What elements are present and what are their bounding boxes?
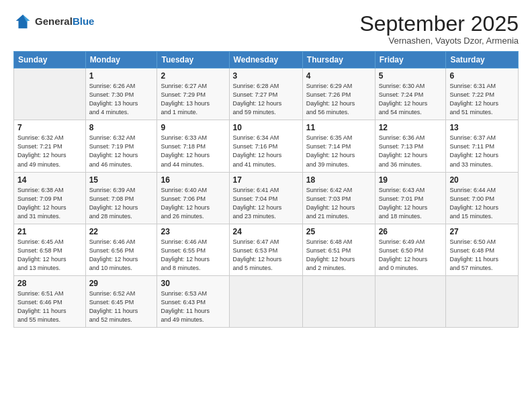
calendar-week-row: 7Sunrise: 6:32 AM Sunset: 7:21 PM Daylig… bbox=[14, 120, 519, 172]
day-info: Sunrise: 6:41 AM Sunset: 7:04 PM Dayligh… bbox=[233, 186, 299, 221]
logo-text: GeneralBlue bbox=[35, 16, 94, 28]
calendar-cell: 1Sunrise: 6:26 AM Sunset: 7:30 PM Daylig… bbox=[85, 68, 157, 120]
calendar-cell bbox=[14, 68, 86, 120]
day-info: Sunrise: 6:43 AM Sunset: 7:01 PM Dayligh… bbox=[379, 186, 443, 221]
calendar-cell: 4Sunrise: 6:29 AM Sunset: 7:26 PM Daylig… bbox=[302, 68, 375, 120]
title-block: September 2025 Vernashen, Vayots Dzor, A… bbox=[359, 12, 519, 46]
day-info: Sunrise: 6:30 AM Sunset: 7:24 PM Dayligh… bbox=[379, 82, 443, 117]
col-saturday: Saturday bbox=[446, 52, 519, 68]
calendar-week-row: 1Sunrise: 6:26 AM Sunset: 7:30 PM Daylig… bbox=[14, 68, 519, 120]
day-info: Sunrise: 6:34 AM Sunset: 7:16 PM Dayligh… bbox=[233, 134, 299, 169]
calendar-cell: 18Sunrise: 6:42 AM Sunset: 7:03 PM Dayli… bbox=[302, 172, 375, 224]
day-number: 14 bbox=[17, 175, 82, 185]
calendar-cell: 3Sunrise: 6:28 AM Sunset: 7:27 PM Daylig… bbox=[229, 68, 302, 120]
day-info: Sunrise: 6:38 AM Sunset: 7:09 PM Dayligh… bbox=[17, 186, 82, 221]
calendar-cell: 22Sunrise: 6:46 AM Sunset: 6:56 PM Dayli… bbox=[85, 224, 157, 275]
calendar-cell: 26Sunrise: 6:49 AM Sunset: 6:50 PM Dayli… bbox=[375, 224, 446, 275]
day-info: Sunrise: 6:40 AM Sunset: 7:06 PM Dayligh… bbox=[161, 186, 225, 221]
calendar-cell: 2Sunrise: 6:27 AM Sunset: 7:29 PM Daylig… bbox=[157, 68, 229, 120]
calendar-cell bbox=[229, 275, 302, 327]
calendar-cell: 5Sunrise: 6:30 AM Sunset: 7:24 PM Daylig… bbox=[375, 68, 446, 120]
day-number: 6 bbox=[449, 71, 515, 81]
calendar-cell: 10Sunrise: 6:34 AM Sunset: 7:16 PM Dayli… bbox=[229, 120, 302, 172]
day-number: 30 bbox=[161, 279, 225, 288]
day-number: 16 bbox=[161, 175, 225, 185]
day-number: 4 bbox=[306, 71, 371, 81]
location-subtitle: Vernashen, Vayots Dzor, Armenia bbox=[359, 36, 519, 46]
day-info: Sunrise: 6:32 AM Sunset: 7:19 PM Dayligh… bbox=[89, 134, 154, 169]
day-number: 23 bbox=[161, 227, 225, 236]
calendar-cell bbox=[446, 275, 519, 327]
col-tuesday: Tuesday bbox=[157, 52, 229, 68]
col-wednesday: Wednesday bbox=[229, 52, 302, 68]
day-number: 12 bbox=[379, 123, 443, 132]
day-info: Sunrise: 6:39 AM Sunset: 7:08 PM Dayligh… bbox=[89, 186, 154, 221]
calendar-page: GeneralBlue September 2025 Vernashen, Va… bbox=[0, 0, 532, 411]
day-number: 29 bbox=[89, 279, 154, 288]
day-number: 7 bbox=[17, 123, 82, 132]
logo-blue: Blue bbox=[73, 15, 95, 27]
col-thursday: Thursday bbox=[302, 52, 375, 68]
day-number: 27 bbox=[449, 227, 515, 236]
calendar-table: Sunday Monday Tuesday Wednesday Thursday… bbox=[13, 51, 519, 328]
calendar-week-row: 21Sunrise: 6:45 AM Sunset: 6:58 PM Dayli… bbox=[14, 224, 519, 275]
day-number: 24 bbox=[233, 227, 299, 236]
month-title: September 2025 bbox=[359, 12, 519, 36]
calendar-cell: 15Sunrise: 6:39 AM Sunset: 7:08 PM Dayli… bbox=[85, 172, 157, 224]
day-info: Sunrise: 6:49 AM Sunset: 6:50 PM Dayligh… bbox=[379, 238, 443, 273]
calendar-cell: 24Sunrise: 6:47 AM Sunset: 6:53 PM Dayli… bbox=[229, 224, 302, 275]
day-info: Sunrise: 6:31 AM Sunset: 7:22 PM Dayligh… bbox=[449, 82, 515, 117]
calendar-cell: 6Sunrise: 6:31 AM Sunset: 7:22 PM Daylig… bbox=[446, 68, 519, 120]
calendar-header: Sunday Monday Tuesday Wednesday Thursday… bbox=[14, 52, 519, 68]
day-info: Sunrise: 6:32 AM Sunset: 7:21 PM Dayligh… bbox=[17, 134, 82, 169]
calendar-cell: 29Sunrise: 6:52 AM Sunset: 6:45 PM Dayli… bbox=[85, 275, 157, 327]
day-info: Sunrise: 6:37 AM Sunset: 7:11 PM Dayligh… bbox=[449, 134, 515, 169]
logo-general: General bbox=[35, 15, 73, 27]
day-number: 15 bbox=[89, 175, 154, 185]
day-number: 9 bbox=[161, 123, 225, 132]
calendar-cell: 23Sunrise: 6:46 AM Sunset: 6:55 PM Dayli… bbox=[157, 224, 229, 275]
day-number: 3 bbox=[233, 71, 299, 81]
calendar-cell: 28Sunrise: 6:51 AM Sunset: 6:46 PM Dayli… bbox=[14, 275, 86, 327]
calendar-week-row: 28Sunrise: 6:51 AM Sunset: 6:46 PM Dayli… bbox=[14, 275, 519, 327]
day-info: Sunrise: 6:50 AM Sunset: 6:48 PM Dayligh… bbox=[449, 238, 515, 273]
logo: GeneralBlue bbox=[13, 12, 94, 31]
day-number: 13 bbox=[449, 123, 515, 132]
calendar-cell: 7Sunrise: 6:32 AM Sunset: 7:21 PM Daylig… bbox=[14, 120, 86, 172]
day-number: 17 bbox=[233, 175, 299, 185]
calendar-cell: 21Sunrise: 6:45 AM Sunset: 6:58 PM Dayli… bbox=[14, 224, 86, 275]
day-number: 20 bbox=[449, 175, 515, 185]
calendar-cell: 12Sunrise: 6:36 AM Sunset: 7:13 PM Dayli… bbox=[375, 120, 446, 172]
calendar-cell: 19Sunrise: 6:43 AM Sunset: 7:01 PM Dayli… bbox=[375, 172, 446, 224]
day-info: Sunrise: 6:29 AM Sunset: 7:26 PM Dayligh… bbox=[306, 82, 371, 117]
day-number: 10 bbox=[233, 123, 299, 132]
day-number: 11 bbox=[306, 123, 371, 132]
day-info: Sunrise: 6:51 AM Sunset: 6:46 PM Dayligh… bbox=[17, 289, 82, 324]
calendar-cell bbox=[375, 275, 446, 327]
day-info: Sunrise: 6:42 AM Sunset: 7:03 PM Dayligh… bbox=[306, 186, 371, 221]
day-number: 1 bbox=[89, 71, 154, 81]
day-info: Sunrise: 6:27 AM Sunset: 7:29 PM Dayligh… bbox=[161, 82, 225, 117]
calendar-cell: 8Sunrise: 6:32 AM Sunset: 7:19 PM Daylig… bbox=[85, 120, 157, 172]
day-info: Sunrise: 6:45 AM Sunset: 6:58 PM Dayligh… bbox=[17, 238, 82, 273]
calendar-cell: 27Sunrise: 6:50 AM Sunset: 6:48 PM Dayli… bbox=[446, 224, 519, 275]
day-info: Sunrise: 6:48 AM Sunset: 6:51 PM Dayligh… bbox=[306, 238, 371, 273]
day-info: Sunrise: 6:46 AM Sunset: 6:55 PM Dayligh… bbox=[161, 238, 225, 273]
day-info: Sunrise: 6:44 AM Sunset: 7:00 PM Dayligh… bbox=[449, 186, 515, 221]
day-number: 28 bbox=[17, 279, 82, 288]
day-info: Sunrise: 6:47 AM Sunset: 6:53 PM Dayligh… bbox=[233, 238, 299, 273]
calendar-cell: 16Sunrise: 6:40 AM Sunset: 7:06 PM Dayli… bbox=[157, 172, 229, 224]
day-number: 26 bbox=[379, 227, 443, 236]
day-info: Sunrise: 6:28 AM Sunset: 7:27 PM Dayligh… bbox=[233, 82, 299, 117]
col-monday: Monday bbox=[85, 52, 157, 68]
col-friday: Friday bbox=[375, 52, 446, 68]
day-number: 2 bbox=[161, 71, 225, 81]
day-info: Sunrise: 6:36 AM Sunset: 7:13 PM Dayligh… bbox=[379, 134, 443, 169]
calendar-cell bbox=[302, 275, 375, 327]
calendar-cell: 14Sunrise: 6:38 AM Sunset: 7:09 PM Dayli… bbox=[14, 172, 86, 224]
day-number: 21 bbox=[17, 227, 82, 236]
calendar-cell: 17Sunrise: 6:41 AM Sunset: 7:04 PM Dayli… bbox=[229, 172, 302, 224]
day-number: 25 bbox=[306, 227, 371, 236]
calendar-cell: 13Sunrise: 6:37 AM Sunset: 7:11 PM Dayli… bbox=[446, 120, 519, 172]
day-number: 22 bbox=[89, 227, 154, 236]
